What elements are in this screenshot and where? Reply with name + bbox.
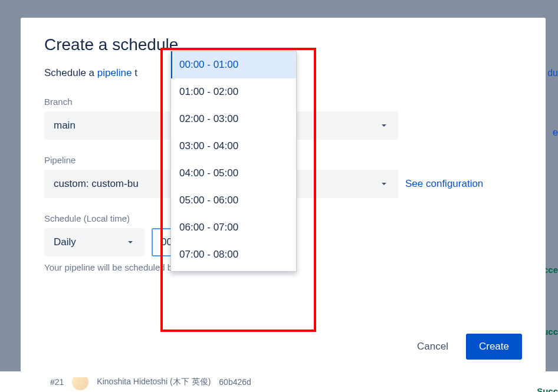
side-text-du: du	[547, 68, 558, 78]
chevron-down-icon	[126, 238, 135, 247]
dropdown-option[interactable]: 00:00 - 01:00	[171, 51, 296, 78]
status-badge-3: Succ	[537, 386, 558, 392]
dropdown-option[interactable]: 03:00 - 04:00	[171, 133, 296, 160]
dropdown-option[interactable]: 04:00 - 05:00	[171, 160, 296, 187]
chevron-down-icon	[379, 179, 389, 189]
modal-actions: Cancel Create	[410, 334, 522, 360]
frequency-value: Daily	[54, 236, 76, 248]
branch-value: main	[54, 120, 76, 131]
cancel-button[interactable]: Cancel	[410, 335, 455, 358]
dropdown-option[interactable]: 05:00 - 06:00	[171, 187, 296, 214]
pr-number: #21	[50, 377, 64, 387]
chevron-down-icon	[379, 121, 389, 130]
pipeline-value: custom: custom-bu	[54, 178, 139, 190]
side-text-e: e	[553, 127, 558, 138]
author-name: Kinoshita Hidetoshi (木下 英俊)	[97, 377, 211, 387]
frequency-select[interactable]: Daily	[44, 228, 145, 256]
dropdown-option[interactable]: 06:00 - 07:00	[171, 214, 296, 241]
time-dropdown-list[interactable]: 00:00 - 01:00 01:00 - 02:00 02:00 - 03:0…	[171, 51, 296, 271]
see-configuration-link[interactable]: See configuration	[405, 178, 483, 190]
pipeline-link[interactable]: pipeline	[97, 67, 132, 78]
create-schedule-modal: Create a schedule Schedule a pipeline t …	[21, 18, 546, 377]
dropdown-option[interactable]: 01:00 - 02:00	[171, 78, 296, 106]
dropdown-option[interactable]: 02:00 - 03:00	[171, 106, 296, 133]
dropdown-option[interactable]: 07:00 - 08:00	[171, 241, 296, 268]
create-button[interactable]: Create	[466, 334, 522, 360]
commit-hash: 60b426d	[219, 377, 251, 387]
time-dropdown[interactable]: 00:00 - 01:00 01:00 - 02:00 02:00 - 03:0…	[170, 51, 297, 272]
